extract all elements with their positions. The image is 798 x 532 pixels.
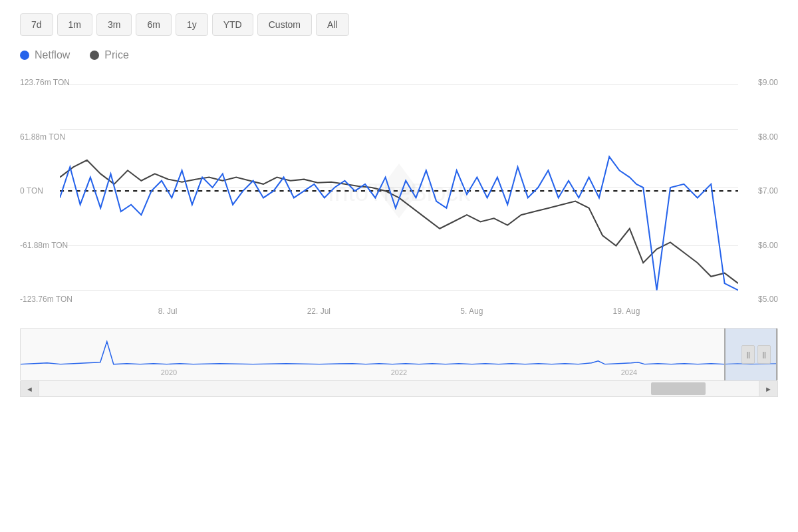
main-chart-wrapper: 123.76m TON 61.88m TON 0 TON -61.88m TON… (0, 65, 798, 304)
y-right-label-2: $7.00 (758, 186, 778, 196)
y-left-label-1: 61.88m TON (20, 132, 72, 142)
minimap-right-handle[interactable]: || (757, 345, 771, 364)
price-label: Price (104, 49, 128, 61)
y-right-label-3: $6.00 (758, 241, 778, 250)
price-dot (90, 51, 99, 60)
scroll-right-button[interactable]: ► (759, 381, 777, 396)
btn-custom[interactable]: Custom (257, 13, 312, 36)
minimap[interactable]: 2020 2022 2024 || || (20, 328, 778, 381)
minimap-year-2022: 2022 (391, 368, 407, 376)
y-right-label-4: $5.00 (758, 295, 778, 304)
x-label-2: 5. Aug (460, 307, 483, 316)
netflow-dot (20, 51, 29, 60)
main-chart-area: IntoTheBlock (60, 65, 738, 304)
scroll-track[interactable] (39, 381, 759, 396)
minimap-year-2020: 2020 (161, 368, 177, 376)
btn-1m[interactable]: 1m (57, 13, 92, 36)
scroll-left-button[interactable]: ◄ (21, 381, 39, 396)
legend-netflow: Netflow (20, 49, 70, 61)
btn-all[interactable]: All (316, 13, 349, 36)
minimap-left-handle[interactable]: || (741, 345, 755, 364)
minimap-year-labels: 2020 2022 2024 (21, 368, 777, 376)
y-right-label-0: $9.00 (758, 78, 778, 87)
minimap-year-2024: 2024 (621, 368, 637, 376)
btn-7d[interactable]: 7d (20, 13, 53, 36)
y-left-label-2: 0 TON (20, 186, 72, 196)
y-right-label-1: $8.00 (758, 132, 778, 142)
minimap-handle-controls: || || (741, 345, 771, 364)
x-label-0: 8. Jul (158, 307, 178, 316)
x-label-1: 22. Jul (307, 307, 331, 316)
y-left-label-4: -123.76m TON (20, 295, 72, 304)
time-controls: 7d 1m 3m 6m 1y YTD Custom All (0, 0, 798, 43)
scroll-thumb[interactable] (651, 382, 706, 395)
y-left-label-3: -61.88m TON (20, 241, 72, 250)
scroll-bar[interactable]: ◄ ► (20, 381, 778, 397)
y-left-label-0: 123.76m TON (20, 78, 72, 87)
btn-3m[interactable]: 3m (96, 13, 132, 36)
chart-svg: IntoTheBlock (60, 71, 738, 304)
chart-legend: Netflow Price (0, 43, 798, 65)
x-label-3: 19. Aug (613, 307, 640, 316)
btn-1y[interactable]: 1y (176, 13, 208, 36)
netflow-label: Netflow (35, 49, 70, 61)
legend-price: Price (90, 49, 128, 61)
btn-ytd[interactable]: YTD (212, 13, 253, 36)
btn-6m[interactable]: 6m (136, 13, 171, 36)
